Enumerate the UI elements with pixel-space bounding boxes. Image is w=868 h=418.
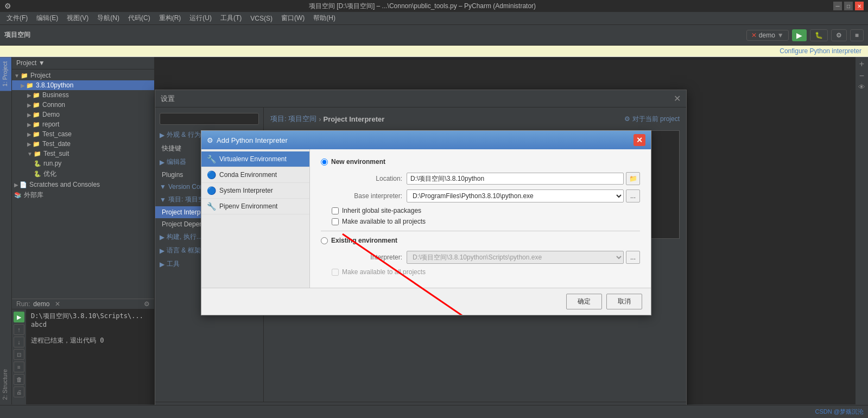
add-interp-close-button[interactable]: ✕ — [633, 134, 645, 146]
right-sidebar-eye-icon[interactable]: 👁 — [858, 83, 865, 91]
breadcrumb-project[interactable]: 项目: 项目空间 — [270, 114, 316, 124]
run-panel-settings-icon[interactable]: ⚙ — [144, 300, 150, 308]
existing-available-checkbox-row: Make available to all projects — [321, 268, 640, 276]
base-interp-select[interactable]: D:\ProgramFiles\Python3.8.10\python.exe — [407, 189, 624, 202]
menu-item-view[interactable]: 视图(V) — [62, 12, 93, 24]
add-interp-titlebar: ⚙ Add Python Interpreter ✕ — [201, 131, 651, 149]
menu-item-file[interactable]: 文件(F) — [2, 12, 32, 24]
conda-icon: 🔵 — [207, 170, 216, 179]
tree-item-project[interactable]: ▼📁Project — [12, 71, 154, 80]
tree-item-test-date[interactable]: ▶📁Test_date — [12, 139, 154, 149]
location-input[interactable] — [407, 173, 624, 185]
close-button[interactable]: ✕ — [855, 2, 864, 10]
inherit-checkbox-row: Inherit global site-packages — [321, 207, 640, 214]
add-interp-nav-pipenv[interactable]: 🔧 Pipenv Environment — [201, 199, 309, 214]
existing-interp-select[interactable]: D:\项目空间\3.8.10python\Scripts\python.exe — [407, 251, 624, 264]
existing-available-label: Make available to all projects — [342, 268, 426, 276]
run-panel-close-icon[interactable]: ✕ — [55, 300, 60, 308]
tree-item-test-suit[interactable]: ▼📁Test_suit — [12, 149, 154, 159]
location-browse-button[interactable]: 📁 — [626, 172, 640, 185]
run-clear-button[interactable]: 🗑 — [14, 374, 24, 385]
existing-env-radio[interactable] — [321, 237, 328, 244]
add-interp-footer: 确定 取消 — [201, 288, 651, 315]
configure-interpreter-link[interactable]: Configure Python interpreter — [780, 47, 861, 55]
settings-search-input[interactable] — [160, 113, 259, 125]
run-filter-button[interactable]: ≡ — [14, 362, 24, 372]
menu-item-window[interactable]: 窗口(W) — [277, 12, 309, 24]
available-checkbox-row: Make available to all projects — [321, 218, 640, 225]
tree-item-test-case[interactable]: ▶📁Test_case — [12, 129, 154, 139]
tree-item-ext-lib[interactable]: 📚外部库 — [12, 189, 154, 201]
tree-item-business[interactable]: ▶📁Business — [12, 90, 154, 100]
settings-button[interactable]: ⚙ — [831, 29, 847, 41]
menu-item-tools[interactable]: 工具(T) — [216, 12, 246, 24]
right-sidebar-plus-icon[interactable]: + — [859, 59, 864, 69]
add-interp-left-nav: 🔧 Virtualenv Environment 🔵 Conda Environ… — [201, 149, 310, 288]
tree-item-run-py[interactable]: 🐍run.py — [12, 159, 154, 168]
add-interp-form-area: New environment Location: 📁 Base interpr… — [310, 149, 651, 288]
breadcrumb-current: Project Interpreter — [324, 115, 385, 123]
add-interp-cancel-button[interactable]: 取消 — [606, 294, 642, 309]
menu-item-vcs[interactable]: VCS(S) — [246, 14, 277, 23]
location-row: Location: 📁 — [321, 172, 640, 185]
system-label: System Interpreter — [219, 187, 273, 194]
base-interp-row: Base interpreter: D:\ProgramFiles\Python… — [321, 189, 640, 202]
base-interp-label: Base interpreter: — [332, 192, 402, 200]
system-icon: 🔵 — [207, 186, 216, 195]
add-interp-nav-conda[interactable]: 🔵 Conda Environment — [201, 167, 309, 183]
settings-titlebar: 设置 ✕ — [155, 90, 686, 107]
run-up-button[interactable]: ↑ — [14, 324, 24, 335]
inherit-label: Inherit global site-packages — [342, 207, 421, 214]
run-config-name: demo — [759, 31, 775, 39]
form-divider — [321, 231, 640, 231]
minimize-button[interactable]: ─ — [833, 2, 842, 10]
new-env-radio[interactable] — [321, 159, 328, 166]
tree-item-opt[interactable]: 🐍优化 — [12, 168, 154, 180]
run-print-button[interactable]: 🖨 — [14, 387, 24, 397]
project-settings-link[interactable]: ⚙ 对于当前 project — [624, 115, 680, 124]
tree-item-demo[interactable]: ▶📁Demo — [12, 110, 154, 119]
vertical-tab-project[interactable]: 1: Project — [0, 57, 11, 91]
existing-interp-dots-button[interactable]: ... — [626, 251, 640, 264]
menu-item-edit[interactable]: 编辑(E) — [32, 12, 62, 24]
stop-button[interactable]: ■ — [850, 29, 864, 41]
add-interp-icon: ⚙ — [207, 136, 213, 144]
status-bar: CSDN @梦殇沉沦 — [0, 405, 868, 418]
menu-item-refactor[interactable]: 重构(R) — [155, 12, 186, 24]
settings-close-button[interactable]: ✕ — [674, 93, 681, 104]
menu-item-code[interactable]: 代码(C) — [124, 12, 155, 24]
add-interp-nav-system[interactable]: 🔵 System Interpreter — [201, 183, 309, 199]
available-checkbox[interactable] — [332, 218, 339, 225]
run-wrap-button[interactable]: ⊡ — [14, 349, 24, 360]
run-button[interactable]: ▶ — [792, 29, 807, 41]
inherit-checkbox[interactable] — [332, 207, 339, 214]
menu-item-nav[interactable]: 导航(N) — [93, 12, 124, 24]
run-line-2: abcd — [31, 321, 150, 328]
interp-label: Interpreter: — [332, 254, 402, 261]
run-config-selector[interactable]: ✕ demo ▼ — [746, 30, 789, 41]
maximize-button[interactable]: □ — [844, 2, 853, 10]
menu-item-help[interactable]: 帮助(H) — [309, 12, 340, 24]
tree-item-scratches[interactable]: ▶📄Scratches and Consoles — [12, 180, 154, 189]
run-config-name-display[interactable]: demo — [33, 300, 49, 308]
vertical-tab-structure[interactable]: 2: Structure — [0, 365, 11, 404]
menu-bar: 文件(F) 编辑(E) 视图(V) 导航(N) 代码(C) 重构(R) 运行(U… — [0, 12, 868, 25]
debug-button[interactable]: 🐛 — [810, 29, 828, 41]
run-panel: Run: demo ✕ ⚙ ▶ ↑ ↓ ⊡ ≡ 🗑 🖨 D:\项目空间\3.8.… — [12, 299, 154, 404]
run-play-button[interactable]: ▶ — [14, 312, 24, 322]
run-down-button[interactable]: ↓ — [14, 337, 24, 347]
main-toolbar: 项目空间 ✕ demo ▼ ▶ 🐛 ⚙ ■ — [0, 25, 868, 46]
pipenv-icon: 🔧 — [207, 202, 216, 211]
existing-interp-row: Interpreter: D:\项目空间\3.8.10python\Script… — [321, 251, 640, 264]
existing-available-checkbox[interactable] — [332, 269, 339, 276]
add-interp-ok-button[interactable]: 确定 — [566, 294, 602, 309]
base-interp-dots-button[interactable]: ... — [626, 189, 640, 202]
add-interp-nav-virtualenv[interactable]: 🔧 Virtualenv Environment — [201, 151, 309, 167]
run-toolbar: ▶ ↑ ↓ ⊡ ≡ 🗑 🖨 — [12, 309, 27, 404]
right-sidebar-minus-icon[interactable]: − — [859, 71, 864, 81]
menu-item-run[interactable]: 运行(U) — [185, 12, 216, 24]
tree-item-report[interactable]: ▶📁report — [12, 119, 154, 129]
tree-item-python38[interactable]: ▶📁3.8.10python — [12, 80, 154, 90]
tree-item-connon[interactable]: ▶📁Connon — [12, 100, 154, 110]
virtualenv-icon: 🔧 — [207, 155, 216, 163]
